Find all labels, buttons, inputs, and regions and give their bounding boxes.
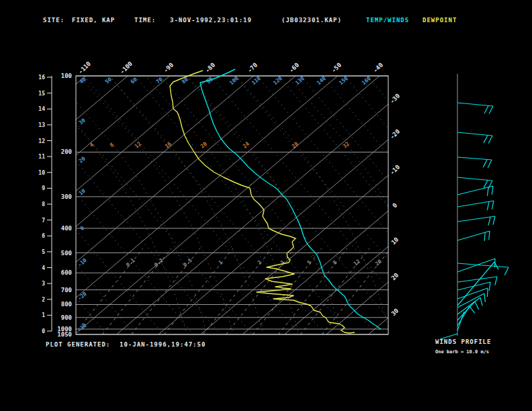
svg-text:-30: -30 bbox=[77, 322, 88, 333]
svg-text:4: 4 bbox=[89, 142, 95, 148]
svg-text:-40: -40 bbox=[372, 62, 385, 75]
svg-text:0: 0 bbox=[42, 328, 45, 334]
svg-text:8: 8 bbox=[109, 142, 116, 148]
svg-text:-100: -100 bbox=[119, 60, 134, 75]
svg-text:2: 2 bbox=[257, 259, 263, 266]
pressure-gridlines bbox=[76, 76, 388, 334]
svg-text:16: 16 bbox=[38, 75, 45, 81]
svg-text:13: 13 bbox=[38, 122, 45, 128]
svg-text:11: 11 bbox=[38, 154, 45, 160]
svg-text:100: 100 bbox=[228, 75, 240, 86]
svg-text:12: 12 bbox=[38, 138, 45, 144]
isotherm-lines bbox=[76, 76, 388, 334]
svg-text:24: 24 bbox=[242, 140, 251, 149]
svg-text:20: 20 bbox=[200, 140, 208, 149]
svg-text:10: 10 bbox=[38, 170, 45, 176]
plot-border bbox=[76, 76, 388, 334]
svg-text:20: 20 bbox=[78, 155, 87, 164]
svg-text:130: 130 bbox=[294, 75, 306, 86]
svg-text:28: 28 bbox=[291, 140, 300, 149]
skewt-app-window: SITE: FIXED, KAP TIME: 3-NOV-1992,23:01:… bbox=[0, 0, 532, 411]
winds-profile-title: WINDS PROFILE bbox=[435, 338, 491, 345]
svg-text:3: 3 bbox=[279, 259, 286, 266]
svg-text:20: 20 bbox=[390, 271, 400, 281]
svg-text:600: 600 bbox=[61, 269, 72, 276]
mixing-ratio-lines bbox=[74, 248, 390, 334]
svg-text:9: 9 bbox=[42, 185, 45, 191]
svg-text:100: 100 bbox=[61, 73, 72, 79]
svg-text:140: 140 bbox=[316, 75, 327, 86]
svg-text:-110: -110 bbox=[77, 60, 92, 75]
svg-text:-70: -70 bbox=[247, 62, 259, 75]
svg-text:5: 5 bbox=[306, 259, 313, 266]
svg-text:8: 8 bbox=[332, 259, 339, 266]
svg-text:1050: 1050 bbox=[57, 331, 72, 338]
svg-text:14: 14 bbox=[38, 106, 45, 112]
dry-adiabat-lines bbox=[76, 76, 388, 334]
svg-text:30: 30 bbox=[78, 117, 87, 126]
plot-generated-label: PLOT GENERATED: bbox=[46, 341, 110, 348]
svg-text:-20: -20 bbox=[389, 128, 402, 141]
svg-text:30: 30 bbox=[390, 307, 400, 317]
svg-text:800: 800 bbox=[61, 301, 72, 308]
svg-text:400: 400 bbox=[61, 225, 72, 232]
svg-text:7: 7 bbox=[42, 218, 45, 224]
svg-text:0: 0 bbox=[391, 201, 398, 209]
svg-text:70: 70 bbox=[155, 76, 164, 85]
svg-text:-20: -20 bbox=[77, 291, 88, 302]
plot-generated-value: 10-JAN-1996,19:47:50 bbox=[120, 341, 206, 348]
svg-text:20: 20 bbox=[374, 258, 383, 267]
winds-profile-scale-note: One barb = 10.0 m/s bbox=[435, 349, 489, 355]
svg-text:1: 1 bbox=[218, 259, 224, 266]
svg-text:-50: -50 bbox=[330, 62, 343, 75]
dewpoint-curve bbox=[170, 71, 355, 333]
svg-text:6: 6 bbox=[42, 233, 45, 239]
svg-text:-90: -90 bbox=[163, 62, 175, 75]
svg-text:60: 60 bbox=[130, 76, 138, 85]
svg-text:12: 12 bbox=[134, 140, 142, 149]
svg-text:200: 200 bbox=[61, 148, 72, 155]
moist-adiabat-lines bbox=[32, 75, 448, 356]
svg-text:120: 120 bbox=[272, 75, 283, 86]
svg-text:8: 8 bbox=[42, 201, 45, 208]
svg-text:160: 160 bbox=[361, 75, 372, 86]
svg-text:300: 300 bbox=[61, 193, 72, 200]
svg-text:150: 150 bbox=[338, 75, 349, 86]
svg-text:5: 5 bbox=[42, 249, 45, 255]
svg-text:2: 2 bbox=[42, 297, 45, 303]
svg-text:-10: -10 bbox=[389, 164, 402, 177]
svg-text:900: 900 bbox=[61, 314, 72, 321]
svg-text:1: 1 bbox=[42, 312, 45, 318]
svg-text:-80: -80 bbox=[204, 62, 217, 75]
wind-profile bbox=[440, 74, 508, 339]
svg-text:-30: -30 bbox=[389, 93, 402, 105]
svg-text:700: 700 bbox=[61, 287, 72, 293]
svg-text:15: 15 bbox=[38, 91, 45, 97]
svg-text:50: 50 bbox=[104, 76, 113, 85]
svg-text:10: 10 bbox=[390, 236, 400, 246]
svg-text:40: 40 bbox=[79, 76, 87, 85]
svg-text:-10: -10 bbox=[77, 257, 88, 268]
svg-text:500: 500 bbox=[61, 250, 72, 257]
svg-text:3: 3 bbox=[42, 281, 45, 287]
svg-text:10: 10 bbox=[78, 187, 87, 196]
axis-labels: 1002003004005006007008009001000105001234… bbox=[38, 60, 401, 338]
svg-text:12: 12 bbox=[353, 258, 361, 267]
svg-text:-60: -60 bbox=[288, 62, 301, 75]
svg-text:4: 4 bbox=[42, 265, 45, 271]
svg-text:16: 16 bbox=[164, 140, 173, 149]
